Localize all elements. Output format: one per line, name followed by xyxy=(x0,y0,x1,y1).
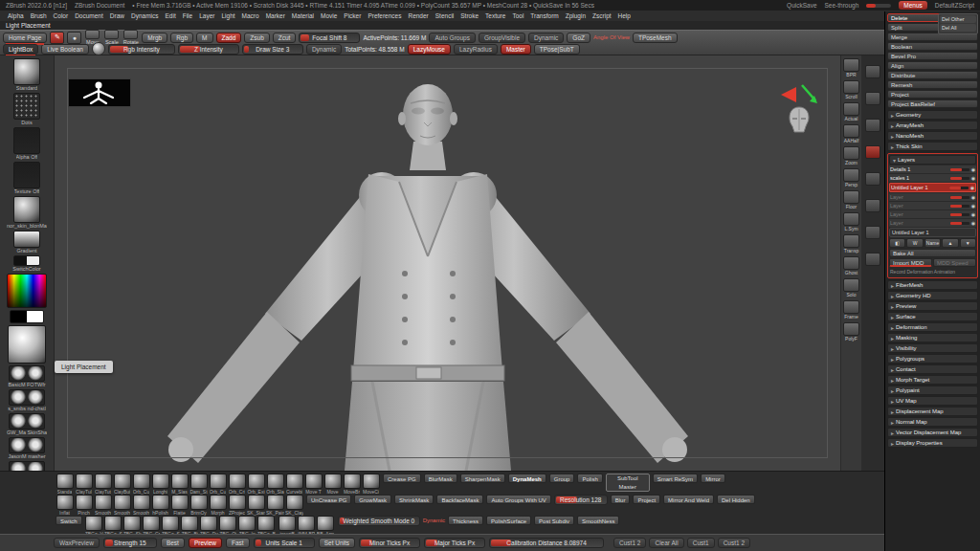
panel-section[interactable]: ▸ Display Properties xyxy=(887,438,978,448)
menu-item[interactable]: Edit xyxy=(166,12,176,19)
panel-section[interactable]: ▸ Visibility xyxy=(887,343,978,353)
layer-row[interactable]: scales 1 ◉ xyxy=(889,174,976,182)
delete-button[interactable]: Delete xyxy=(887,13,941,22)
left-shelf-item[interactable]: JasonM masher xyxy=(8,437,45,459)
layer-visibility-icon[interactable]: ◉ xyxy=(971,211,975,217)
side-icon[interactable] xyxy=(865,92,880,105)
brush-preset[interactable]: ZBGa_S xyxy=(162,516,180,534)
menu-item[interactable]: Transform xyxy=(530,12,558,19)
brush-preset[interactable]: Orb_Exi xyxy=(247,474,265,495)
right-shelf-button[interactable]: Transp xyxy=(843,234,859,253)
custom-ui-button[interactable]: Cust1 2 xyxy=(718,538,750,548)
left-shelf-item[interactable]: nor_skin_blonMa xyxy=(7,196,47,229)
backface-mask-button[interactable]: BackfaceMask xyxy=(436,495,483,504)
wax-preview-button[interactable]: WaxPreview xyxy=(54,538,100,548)
brush-preset[interactable]: Orb_Cri xyxy=(228,474,246,495)
layer-visibility-icon[interactable]: ◉ xyxy=(971,166,975,172)
mirror-button[interactable]: Mirror xyxy=(701,474,725,483)
rotate-tool-button[interactable]: Rotate xyxy=(122,30,139,45)
side-icon[interactable] xyxy=(865,119,880,132)
brush-preset[interactable]: MoveBr xyxy=(343,474,361,495)
menus-button[interactable]: Menus xyxy=(899,1,927,10)
lightbox-button[interactable]: LightBox xyxy=(3,44,38,55)
custom-ui-button[interactable]: Clear All xyxy=(649,538,683,548)
layer-tool-button[interactable]: ▲ xyxy=(942,238,958,248)
brush-preset[interactable]: ClayBui xyxy=(113,474,131,495)
layer-intensity-slider[interactable] xyxy=(950,196,969,199)
orientation-gizmo[interactable] xyxy=(779,82,823,108)
z-intensity-slider[interactable]: Z Intensity xyxy=(178,44,239,55)
layer-tool-button[interactable]: ◧ xyxy=(889,238,905,248)
brush-preset[interactable]: ZBGa_S xyxy=(104,516,122,534)
menu-item[interactable]: Stencil xyxy=(435,12,455,19)
flyout-item[interactable]: Del All xyxy=(940,24,976,32)
draw-mode-button[interactable]: ● xyxy=(67,32,81,44)
left-shelf-item[interactable]: s_umbs Sculptst xyxy=(8,461,46,471)
panel-menu-item[interactable]: Align xyxy=(887,61,978,70)
left-shelf-item[interactable]: Texture Off xyxy=(13,162,40,194)
panel-section[interactable]: ▸ Deformation xyxy=(887,322,978,332)
mdd-speed-slider[interactable]: MDD Speed xyxy=(933,258,976,267)
post-subdiv-slider[interactable]: Post Subdiv xyxy=(534,516,574,525)
insert-brush-preset[interactable]: insertB xyxy=(278,516,297,534)
brush-preset[interactable]: ZBG_Du xyxy=(200,516,218,534)
layer-visibility-icon[interactable]: ◉ xyxy=(971,175,975,181)
units-scale-slider[interactable]: Units Scale 1 xyxy=(254,538,315,548)
brush-preset[interactable]: ZProjec xyxy=(228,495,246,516)
project-button[interactable]: Project xyxy=(633,495,660,504)
panel-section[interactable]: ▸ NanoMesh xyxy=(887,131,978,141)
shrink-mask-button[interactable]: ShrinkMask xyxy=(394,495,434,504)
zsub-button[interactable]: Zsub xyxy=(244,33,269,43)
panel-section[interactable]: ▸ Geometry xyxy=(887,110,978,120)
menu-item[interactable]: Alpha xyxy=(8,12,24,19)
brush-preset[interactable]: Smooth xyxy=(132,495,150,516)
panel-menu-item[interactable]: Project BasRelief xyxy=(887,99,978,108)
layer-row[interactable]: Layer ◉ xyxy=(889,202,976,209)
polish-toggle[interactable]: Polish xyxy=(577,474,602,483)
panel-section[interactable]: ▸ Morph Target xyxy=(887,375,978,385)
panel-section[interactable]: ▸ Displacement Map xyxy=(887,407,978,416)
resolution-slider[interactable]: Resolution 128 xyxy=(554,495,608,505)
side-icon[interactable] xyxy=(865,199,880,212)
menu-item[interactable]: Light xyxy=(221,12,234,19)
weighted-smooth-slider[interactable]: Weighted Smooth Mode 0 xyxy=(338,516,420,526)
goz-button[interactable]: GoZ xyxy=(567,33,590,43)
flyout-item[interactable]: Del Other xyxy=(940,15,976,23)
right-shelf-button[interactable]: Scroll xyxy=(843,80,859,99)
switch-button[interactable]: Switch xyxy=(56,516,82,525)
insert-brush-preset[interactable]: IMM BP xyxy=(298,516,316,534)
smart-resym-button[interactable]: Smart ReSym xyxy=(653,474,698,483)
menu-item[interactable]: Color xyxy=(54,12,69,19)
group-toggle[interactable]: Group xyxy=(549,474,575,483)
left-shelf-item[interactable]: BasicM FOTWfr xyxy=(8,365,45,387)
subtool-master-button[interactable]: SubTool Master xyxy=(606,474,650,492)
panel-menu-item[interactable]: Project xyxy=(887,90,978,99)
grow-mask-button[interactable]: GrowMask xyxy=(354,495,391,504)
lazyradius-button[interactable]: LazyRadius xyxy=(454,44,498,55)
right-shelf-button[interactable]: Zoom xyxy=(843,146,859,165)
menu-item[interactable]: Layer xyxy=(199,12,214,19)
panel-section[interactable]: ▸ Polygroups xyxy=(887,354,978,364)
side-icon[interactable] xyxy=(865,65,880,78)
zcut-button[interactable]: Zcut xyxy=(273,33,297,43)
left-shelf-item[interactable]: Standard xyxy=(13,58,40,91)
menu-item[interactable]: Marker xyxy=(266,12,285,19)
panel-section[interactable]: ▸ Surface xyxy=(887,312,978,321)
custom-ui-button[interactable]: Cust1 2 xyxy=(613,538,646,548)
major-ticks-slider[interactable]: Major Ticks Px xyxy=(424,538,485,548)
layer-row[interactable]: Layer ◉ xyxy=(889,219,976,227)
layer-intensity-slider[interactable] xyxy=(950,168,969,171)
layer-visibility-icon[interactable]: ◉ xyxy=(970,185,974,190)
scale-tool-button[interactable]: Scale xyxy=(103,30,120,45)
best-render-button[interactable]: Best xyxy=(161,538,185,548)
panel-section[interactable]: ▸ Preview xyxy=(887,301,978,311)
right-shelf-button[interactable]: Frame xyxy=(843,300,859,320)
crease-pg-button[interactable]: Crease PG xyxy=(383,474,421,483)
group-visible-button[interactable]: GroupVisible xyxy=(479,33,525,43)
insert-brush-preset[interactable]: BB_Arm xyxy=(317,516,335,534)
brush-preset[interactable]: ZBG_Bi xyxy=(181,516,199,534)
dynamic-draw-button[interactable]: Dynamic xyxy=(306,44,342,55)
layer-intensity-slider[interactable] xyxy=(949,187,969,189)
brush-preset[interactable]: Pinch xyxy=(75,495,93,516)
right-shelf-button[interactable]: PolyF xyxy=(843,322,859,342)
